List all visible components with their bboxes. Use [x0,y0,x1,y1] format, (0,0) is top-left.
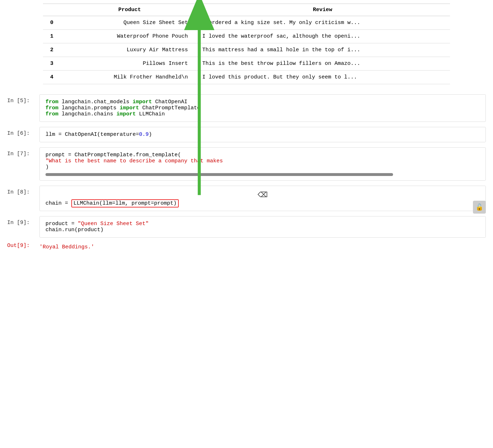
cell-label-in6: In [6]: [0,127,39,137]
highlighted-llmchain: LLMChain(llm=llm, prompt=prompt) [71,199,179,208]
keyword-from: from [46,105,58,111]
row-review: I loved this product. But they only seem… [195,71,450,84]
code-line: "What is the best name to describe a com… [46,158,480,164]
cell-label-in5: In [5]: [0,94,39,104]
code-line: prompt = ChatPromptTemplate.from_templat… [46,152,480,158]
col-product: Product [64,4,195,16]
row-product: Milk Frother Handheld\n [64,71,195,84]
code-line: chain = LLMChain(llm=llm, prompt=prompt) [46,200,480,206]
table-row: 1 Waterproof Phone Pouch I loved the wat… [43,30,450,43]
code-text: LLMChain [139,111,165,117]
code-line: llm = ChatOpenAI(temperature=0.9) [46,132,480,138]
dataframe-table: Product Review 0 Queen Size Sheet Set I … [43,4,450,84]
cell-in5: In [5]: from langchain.chat_models impor… [0,94,493,122]
code-line: from langchain.chat_models import ChatOp… [46,99,480,105]
row-index: 0 [43,16,64,30]
code-text: llm = ChatOpenAI(temperature= [46,132,139,138]
row-product: Luxury Air Mattress [64,43,195,57]
code-line: ) [46,164,480,170]
string-product: "Queen Size Sheet Set" [78,221,149,227]
string-text: "What is the best name to describe a com… [46,158,223,164]
keyword-from: from [46,111,58,117]
code-text: chain.run(product) [46,227,104,233]
row-index: 4 [43,71,64,84]
keyword-import: import [116,111,136,117]
code-text: ) [46,164,49,170]
code-text: langchain.prompts [62,105,120,111]
code-text: langchain.chat_models [62,99,133,105]
table-row: 2 Luxury Air Mattress This mattress had … [43,43,450,57]
code-line: from langchain.chains import LLMChain [46,111,480,117]
cell-body-in9[interactable]: product = "Queen Size Sheet Set" chain.r… [39,216,486,238]
row-product: Queen Size Sheet Set [64,16,195,30]
code-text: prompt = ChatPromptTemplate.from_templat… [46,152,181,158]
code-line: from langchain.prompts import ChatPrompt… [46,105,480,111]
cell-body-in5[interactable]: from langchain.chat_models import ChatOp… [39,94,486,122]
keyword-from: from [46,99,58,105]
cell-label-in7: In [7]: [0,147,39,157]
code-text: ChatOpenAI [155,99,187,105]
row-review: This mattress had a small hole in the to… [195,43,450,57]
table-row: 4 Milk Frother Handheld\n I loved this p… [43,71,450,84]
code-line: product = "Queen Size Sheet Set" [46,221,480,227]
cell-in6: In [6]: llm = ChatOpenAI(temperature=0.9… [0,127,493,142]
cell-in8: In [8]: ⌫ chain = LLMChain(llm=llm, prom… [0,186,493,211]
col-review: Review [195,4,450,16]
horizontal-scrollbar[interactable] [46,173,393,176]
cell-label-in9: In [9]: [0,216,39,226]
cell-in7: In [7]: prompt = ChatPromptTemplate.from… [0,147,493,181]
table-row: 3 Pillows Insert This is the best throw … [43,57,450,71]
out-label: Out[9]: [0,243,39,249]
keyword-import: import [133,99,152,105]
row-index: 1 [43,30,64,43]
col-index [43,4,64,16]
dataframe-table-section: Product Review 0 Queen Size Sheet Set I … [43,0,450,84]
lock-symbol: 🔓 [475,203,483,211]
row-review: This is the best throw pillow fillers on… [195,57,450,71]
row-product: Waterproof Phone Pouch [64,30,195,43]
cell-body-in8[interactable]: ⌫ chain = LLMChain(llm=llm, prompt=promp… [39,186,486,211]
cell-body-in6[interactable]: llm = ChatOpenAI(temperature=0.9) [39,127,486,142]
code-text: ChatPromptTemplate [142,105,200,111]
row-review: I ordered a king size set. My only criti… [195,16,450,30]
code-line: chain.run(product) [46,227,480,233]
code-number: 0.9 [139,132,149,138]
text-cursor-icon: ⌫ [258,191,268,199]
code-text: langchain.chains [62,111,116,117]
cell-out9: Out[9]: 'Royal Beddings.' [0,243,493,252]
row-index: 2 [43,43,64,57]
out-body: 'Royal Beddings.' [39,243,493,252]
cell-in9: In [9]: product = "Queen Size Sheet Set"… [0,216,493,238]
row-product: Pillows Insert [64,57,195,71]
code-text: product = [46,221,78,227]
code-text: ) [149,132,152,138]
cell-body-in7[interactable]: prompt = ChatPromptTemplate.from_templat… [39,147,486,181]
cell-label-in8: In [8]: [0,186,39,195]
keyword-import: import [120,105,139,111]
row-review: I loved the waterproof sac, although the… [195,30,450,43]
lock-icon[interactable]: 🔓 [473,201,486,214]
table-row: 0 Queen Size Sheet Set I ordered a king … [43,16,450,30]
code-text: chain = [46,200,71,206]
output-value: 'Royal Beddings.' [39,244,94,250]
row-index: 3 [43,57,64,71]
